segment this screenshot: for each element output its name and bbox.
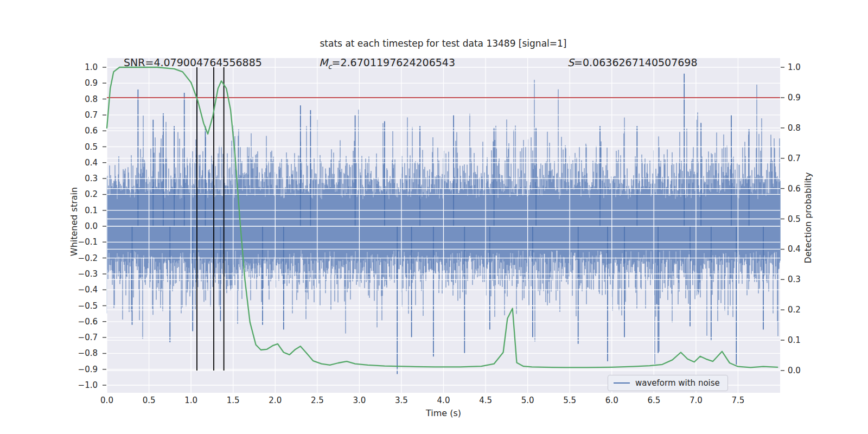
y-left-tick-label: 0.0 (85, 221, 98, 231)
legend-line-sample (614, 382, 630, 384)
x-tick-label: 3.5 (395, 395, 408, 405)
y-left-tick-label: −0.3 (78, 269, 98, 279)
y-left-axis-label: Whitened strain (69, 178, 79, 265)
y-left-tick-label: 0.9 (85, 78, 98, 88)
y-left-tick-label: −0.9 (78, 365, 98, 374)
x-tick-label: 7.0 (690, 395, 703, 405)
x-tick-label: 2.5 (311, 395, 324, 405)
x-tick-label: 5.0 (521, 395, 534, 405)
x-tick-label: 1.5 (227, 395, 240, 405)
y-left-tick-label: 0.8 (85, 94, 98, 104)
y-left-tick-label: −0.6 (78, 317, 98, 327)
y-right-tick-label: 0.1 (788, 335, 801, 345)
y-right-tick-label: 0.2 (788, 305, 801, 315)
legend-item-label: waveform with noise (635, 378, 720, 388)
x-axis-label: Time (s) (107, 408, 780, 418)
legend: waveform with noise (608, 375, 728, 391)
y-right-tick-label: 0.9 (788, 93, 801, 103)
x-tick-label: 1.0 (184, 395, 197, 405)
figure: stats at each timestep for test data 134… (0, 0, 868, 434)
y-left-tick-label: 0.4 (85, 158, 98, 168)
x-tick-label: 4.0 (437, 395, 450, 405)
y-right-tick-label: 0.6 (788, 184, 801, 194)
y-right-tick-label: 0.4 (788, 244, 801, 254)
x-tick-label: 0.5 (143, 395, 156, 405)
y-left-tick-label: −0.2 (78, 253, 98, 263)
y-right-tick-label: 0.0 (788, 366, 801, 375)
y-right-tick-label: 0.7 (788, 154, 801, 163)
y-left-tick-label: −1.0 (78, 380, 98, 390)
y-right-tick-label: 0.3 (788, 275, 801, 284)
x-tick-label: 6.0 (605, 395, 618, 405)
stat-s: S=0.0636267140507698 (567, 56, 698, 71)
x-tick-label: 4.5 (479, 395, 492, 405)
y-right-axis-label: Detection probability (803, 172, 813, 264)
y-right-tick-label: 0.5 (788, 214, 801, 224)
x-tick-label: 2.0 (269, 395, 282, 405)
y-left-tick-label: 0.3 (85, 174, 98, 183)
y-left-tick-label: −0.1 (78, 237, 98, 247)
x-tick-label: 7.5 (732, 395, 745, 405)
y-left-tick-label: 0.5 (85, 142, 98, 152)
y-left-tick-label: 0.1 (85, 206, 98, 215)
x-tick-label: 0.0 (100, 395, 113, 405)
y-right-tick-label: 1.0 (788, 62, 801, 72)
y-left-tick-label: 0.7 (85, 110, 98, 120)
y-left-tick-label: −0.8 (78, 348, 98, 358)
x-tick-label: 3.0 (353, 395, 366, 405)
stat-chirp-mass: Mc=2.6701197624206543 (319, 56, 455, 71)
y-right-tick-label: 0.8 (788, 123, 801, 133)
y-left-tick-label: 1.0 (85, 62, 98, 72)
x-tick-label: 6.5 (647, 395, 660, 405)
x-tick-label: 5.5 (563, 395, 576, 405)
y-left-tick-label: −0.5 (78, 301, 98, 311)
y-left-tick-label: 0.6 (85, 126, 98, 136)
y-left-tick-label: −0.7 (78, 333, 98, 342)
stat-snr: SNR=4.079004764556885 (124, 56, 262, 71)
y-left-tick-label: 0.2 (85, 189, 98, 199)
y-left-tick-label: −0.4 (78, 285, 98, 295)
chart-title: stats at each timestep for test data 134… (0, 38, 868, 49)
